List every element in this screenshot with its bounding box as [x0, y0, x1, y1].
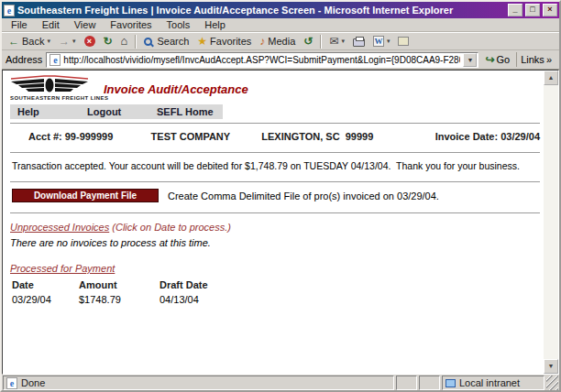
print-button[interactable]: [349, 33, 368, 49]
menubar: File Edit View Favorites Tools Help: [2, 18, 559, 32]
links-chevron-icon: »: [546, 54, 552, 65]
city-state-zip: LEXINGTON, SC 99999: [261, 131, 407, 142]
download-description: Create Comma Delimited File of pro(s) in…: [168, 191, 439, 201]
home-icon: ⌂: [121, 36, 128, 47]
mail-dropdown-icon[interactable]: ▾: [341, 38, 345, 45]
go-label: Go: [497, 54, 511, 65]
window-title: Southeastern Freight Lines | Invoice Aud…: [17, 5, 505, 16]
home-button[interactable]: ⌂: [117, 33, 132, 49]
transaction-message: Transaction accepted. Your account will …: [10, 153, 542, 178]
company-name: TEST COMPANY: [151, 131, 262, 142]
favorites-label: Favorites: [210, 36, 251, 47]
table-header-draft-date: Draft Date: [160, 279, 270, 290]
status-panel-empty: [419, 376, 440, 390]
ie-document-icon: e: [4, 5, 15, 16]
web-page: SOUTHEASTERN FREIGHT LINES Invoice Audit…: [3, 71, 544, 374]
no-invoices-message: There are no invoices to process at this…: [10, 237, 542, 248]
download-payment-file-button[interactable]: Download Payment File: [12, 189, 159, 202]
processed-table: Date Amount Draft Date 03/29/04 $1748.79…: [10, 279, 542, 305]
status-text: Done: [21, 377, 45, 388]
content-area: SOUTHEASTERN FREIGHT LINES Invoice Audit…: [2, 70, 559, 375]
back-button[interactable]: ← Back ▾: [5, 33, 54, 49]
favorites-button[interactable]: ★ Favorites: [193, 33, 255, 49]
discuss-button[interactable]: [394, 33, 412, 49]
word-icon: W: [373, 36, 384, 47]
toolbar: ← Back ▾ → ▾ × ↻ ⌂ Search ★ Favorites ♪ …: [2, 32, 559, 50]
go-button[interactable]: ↪ Go: [482, 53, 512, 66]
sefl-logo-graphic: [10, 75, 89, 93]
menu-help[interactable]: Help: [197, 18, 233, 31]
cell-date: 03/29/04: [12, 294, 79, 305]
unprocessed-invoices-link[interactable]: Unprocessed Invoices: [10, 222, 109, 233]
intranet-icon: [446, 379, 456, 387]
menu-edit[interactable]: Edit: [35, 18, 67, 31]
address-label: Address: [6, 54, 42, 65]
refresh-icon: ↻: [104, 36, 113, 47]
back-dropdown-icon[interactable]: ▾: [47, 38, 50, 45]
address-dropdown-button[interactable]: ▼: [463, 53, 477, 67]
scroll-up-button[interactable]: ▲: [544, 71, 558, 85]
processed-for-payment-link[interactable]: Processed for Payment: [10, 263, 115, 274]
vertical-scrollbar[interactable]: ▲ ▼: [544, 71, 558, 374]
table-header-date: Date: [12, 279, 79, 290]
page-header: SOUTHEASTERN FREIGHT LINES Invoice Audit…: [10, 75, 542, 101]
nav-item-sefl-home[interactable]: SEFL Home: [149, 104, 219, 119]
refresh-button[interactable]: ↻: [100, 33, 116, 49]
processed-section: Processed for Payment Date Amount Draft …: [10, 263, 542, 305]
menu-file[interactable]: File: [4, 18, 35, 31]
address-input[interactable]: e http://localhost/vividio/mysefl/InvcAu…: [46, 52, 478, 68]
sefl-logo: SOUTHEASTERN FREIGHT LINES: [10, 75, 91, 101]
download-row: Download Payment File Create Comma Delim…: [10, 182, 542, 209]
scroll-down-button[interactable]: ▼: [544, 359, 558, 374]
links-label: Links: [521, 54, 544, 65]
status-page-icon: e: [6, 377, 17, 389]
nav-item-help[interactable]: Help: [10, 104, 80, 119]
status-panel: e Done: [3, 376, 394, 390]
edit-dropdown-icon[interactable]: ▾: [387, 38, 390, 45]
stop-button[interactable]: ×: [81, 33, 99, 49]
back-label: Back: [22, 36, 44, 47]
go-icon: ↪: [485, 53, 494, 66]
history-button[interactable]: ↺: [300, 33, 316, 49]
print-icon: [353, 38, 365, 47]
maximize-button[interactable]: □: [525, 4, 540, 16]
resize-grip[interactable]: [546, 376, 558, 390]
close-button[interactable]: ×: [543, 4, 557, 16]
edit-with-word-button[interactable]: W ▾: [369, 33, 394, 49]
logo-caption: SOUTHEASTERN FREIGHT LINES: [10, 95, 91, 101]
security-zone-label: Local intranet: [459, 377, 520, 388]
search-label: Search: [157, 36, 189, 47]
invoice-date: Invoice Date: 03/29/04: [435, 131, 540, 142]
cell-draft-date: 04/13/04: [160, 294, 270, 305]
menu-favorites[interactable]: Favorites: [103, 18, 159, 31]
unprocessed-section: Unprocessed Invoices (Click on Date to p…: [10, 222, 542, 248]
mail-button[interactable]: ✉ ▾: [325, 33, 348, 49]
forward-button[interactable]: → ▾: [55, 33, 80, 49]
history-icon: ↺: [303, 36, 313, 47]
account-row: Acct #: 99-999999 TEST COMPANY LEXINGTON…: [10, 124, 542, 148]
menu-tools[interactable]: Tools: [160, 18, 198, 31]
forward-dropdown-icon[interactable]: ▾: [72, 38, 76, 45]
page-title: Invoice Audit/Acceptance: [104, 82, 248, 101]
toolbar-separator: [135, 35, 137, 49]
cell-amount: $1748.79: [79, 294, 160, 305]
media-label: Media: [268, 36, 295, 47]
search-button[interactable]: Search: [140, 33, 192, 49]
addressbar: Address e http://localhost/vividio/mysef…: [2, 50, 559, 70]
links-button[interactable]: Links »: [516, 52, 556, 67]
discuss-icon: [398, 37, 409, 46]
titlebar[interactable]: e Southeastern Freight Lines | Invoice A…: [2, 2, 559, 18]
nav-item-logout[interactable]: Logout: [80, 104, 149, 119]
menu-view[interactable]: View: [67, 18, 104, 31]
nav-strip: Help Logout SEFL Home: [10, 104, 223, 119]
account-number: Acct #: 99-999999: [28, 131, 151, 142]
address-url[interactable]: http://localhost/vividio/mysefl/InvcAudA…: [63, 55, 460, 65]
media-icon: ♪: [259, 36, 265, 47]
statusbar: e Done Local intranet: [2, 375, 559, 390]
media-button[interactable]: ♪ Media: [256, 33, 299, 49]
toolbar-separator: [320, 35, 322, 49]
mail-icon: ✉: [329, 36, 338, 47]
minimize-button[interactable]: _: [508, 4, 522, 16]
unprocessed-hint: (Click on Date to process.): [109, 222, 231, 233]
browser-window: e Southeastern Freight Lines | Invoice A…: [0, 0, 561, 392]
